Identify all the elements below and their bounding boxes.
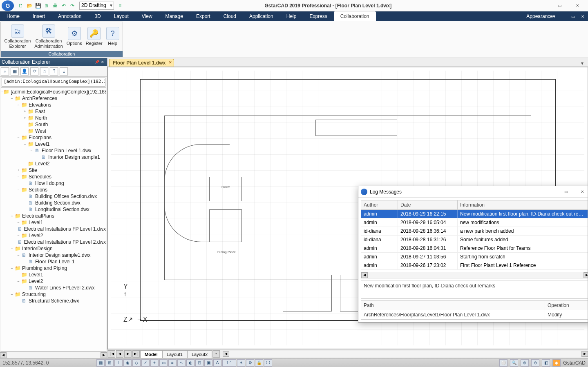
status-ortho-icon[interactable]: ⊥: [114, 359, 123, 367]
tree-node[interactable]: −📁Level1: [1, 141, 106, 147]
log-table-row[interactable]: admin2018-09-27 11:03:56Starting from sc…: [361, 253, 588, 261]
tree-toggle-icon[interactable]: −: [9, 247, 14, 251]
layout-next-icon[interactable]: ▶: [124, 350, 132, 358]
tree-node[interactable]: −🗎Floor Plan Level 1.dwx: [1, 147, 106, 154]
status-ducs-icon[interactable]: +: [150, 359, 159, 367]
tree-node[interactable]: 🗎Floor Plan Level 1: [1, 258, 106, 265]
dialog-minimize-button[interactable]: —: [541, 186, 558, 198]
tree-toggle-icon[interactable]: [22, 181, 27, 185]
tree-toggle-icon[interactable]: −: [9, 292, 14, 296]
tree-toggle-icon[interactable]: −: [9, 96, 14, 100]
status-lwt-icon[interactable]: ≡: [168, 359, 177, 367]
toolbar-new-icon[interactable]: 🗋: [40, 67, 48, 76]
scroll-left-icon[interactable]: ◀: [0, 352, 7, 358]
scroll-right-icon[interactable]: ▶: [101, 352, 107, 358]
layout-last-icon[interactable]: ▶│: [132, 350, 140, 358]
tree-node[interactable]: 🗎Building Section.dwx: [1, 200, 106, 206]
tree-node[interactable]: 📁Level1: [1, 271, 106, 278]
layout-first-icon[interactable]: │◀: [108, 350, 115, 358]
info-header-operation[interactable]: Operation: [545, 301, 588, 310]
tree-toggle-icon[interactable]: [22, 201, 27, 205]
tree-toggle-icon[interactable]: [22, 194, 27, 198]
status-grid-icon[interactable]: ▦: [96, 359, 105, 367]
tree-toggle-icon[interactable]: [22, 286, 27, 290]
menu-tab-3d[interactable]: 3D: [88, 11, 107, 21]
project-tree[interactable]: −📁[admin:EcologicalHousingComplex](192.1…: [1, 87, 106, 351]
document-new-tab-icon[interactable]: ▾: [579, 60, 586, 67]
tree-toggle-icon[interactable]: +: [22, 116, 27, 120]
status-anno-icon[interactable]: A: [213, 359, 221, 367]
menu-tab-home[interactable]: Home: [0, 11, 26, 21]
tree-toggle-icon[interactable]: −: [22, 142, 27, 146]
status-snap-icon[interactable]: ⊞: [105, 359, 114, 367]
tree-toggle-icon[interactable]: +: [16, 168, 21, 172]
tree-toggle-icon[interactable]: [22, 122, 27, 127]
workspace-select[interactable]: 2D Drafting: [79, 2, 114, 10]
status-lock-icon[interactable]: 🔒: [255, 359, 263, 367]
tree-node[interactable]: 🗎Electrical Installations FP Level 1.dwx: [1, 226, 106, 232]
tree-node[interactable]: −📁Sections: [1, 187, 106, 193]
menu-tab-layout[interactable]: Layout: [107, 11, 135, 21]
tree-node[interactable]: −📁Level2: [1, 278, 106, 285]
log-header-date[interactable]: Date: [398, 200, 458, 209]
tree-toggle-icon[interactable]: −: [16, 253, 21, 257]
menu-tab-export[interactable]: Export: [190, 11, 217, 21]
tree-toggle-icon[interactable]: −: [16, 136, 21, 140]
tree-node[interactable]: 📁West: [1, 128, 106, 134]
scroll-left-icon[interactable]: ◀: [223, 351, 229, 357]
menu-tab-collaboration[interactable]: Collaboration: [334, 11, 376, 21]
status-model-icon[interactable]: ▣: [204, 359, 212, 367]
window-close-button[interactable]: ✕: [568, 0, 586, 11]
tree-node[interactable]: −📁Structuring: [1, 291, 106, 298]
scroll-right-icon[interactable]: ▶: [584, 272, 588, 278]
menu-tab-cloud[interactable]: Cloud: [217, 11, 243, 21]
tree-toggle-icon[interactable]: −: [16, 220, 21, 225]
tree-node[interactable]: −📁Plumbing and Piping: [1, 265, 106, 271]
menu-tab-application[interactable]: Application: [243, 11, 280, 21]
menu-tab-insert[interactable]: Insert: [26, 11, 51, 21]
tree-node[interactable]: 🗎Interior Design sample1: [1, 154, 106, 160]
scroll-left-icon[interactable]: ◀: [361, 272, 368, 278]
tree-toggle-icon[interactable]: −: [16, 188, 21, 192]
ribbon-button[interactable]: ?Help: [105, 26, 121, 47]
dialog-close-button[interactable]: ✕: [574, 186, 588, 198]
menu-tab-express[interactable]: Express: [303, 11, 333, 21]
info-header-path[interactable]: Path: [361, 301, 545, 310]
qat-customize-icon[interactable]: ≡: [116, 2, 124, 9]
log-header-info[interactable]: Information: [458, 200, 588, 209]
layout-tab[interactable]: Model: [140, 350, 162, 358]
log-table-scrollbar[interactable]: ◀ ▶: [361, 272, 588, 278]
status-tool4-icon[interactable]: ⊖: [531, 359, 539, 367]
tree-node[interactable]: −📁Level1: [1, 219, 106, 226]
tree-node[interactable]: −📁Elevations: [1, 102, 106, 108]
tree-node[interactable]: −🗎Interior Design sample1.dwx: [1, 252, 106, 258]
status-sc-icon[interactable]: ⊡: [195, 359, 203, 367]
tree-toggle-icon[interactable]: [22, 207, 27, 211]
tree-toggle-icon[interactable]: [22, 129, 27, 133]
status-polar-icon[interactable]: ◉: [123, 359, 132, 367]
qat-save-icon[interactable]: 💾: [34, 2, 42, 9]
status-tool1-icon[interactable]: ⚪: [499, 359, 508, 367]
drawing-canvas[interactable]: Dining Place Room Y↑ Z↗ →X Log Messages …: [107, 67, 588, 349]
tree-node[interactable]: 🗎Water Lines FPLevel 2.dwx: [1, 285, 106, 291]
status-dyn-icon[interactable]: ▭: [159, 359, 168, 367]
tree-node[interactable]: 🗎Longitudinal Section.dwx: [1, 206, 106, 213]
tree-toggle-icon[interactable]: −: [9, 266, 14, 270]
tree-node[interactable]: −📁Floorplans: [1, 134, 106, 141]
toolbar-list-icon[interactable]: ▦: [11, 67, 19, 76]
tree-node[interactable]: +📁North: [1, 115, 106, 121]
tree-toggle-icon[interactable]: −: [16, 279, 21, 283]
layout-prev-icon[interactable]: ◀: [116, 350, 123, 358]
window-restore-button[interactable]: ▭: [550, 0, 568, 11]
status-scale-icon[interactable]: 1:1: [222, 359, 236, 367]
tree-node[interactable]: −📁ArchReferences: [1, 95, 106, 102]
status-annovis-icon[interactable]: ✶: [237, 359, 245, 367]
dialog-titlebar[interactable]: Log Messages — ▭ ✕: [358, 186, 588, 198]
tree-toggle-icon[interactable]: −: [16, 234, 21, 238]
qat-saveas-icon[interactable]: 🗎: [43, 2, 50, 9]
layout-add-icon[interactable]: +: [212, 350, 220, 358]
menu-tab-help[interactable]: Help: [280, 11, 303, 21]
status-ws-icon[interactable]: ⚙: [246, 359, 254, 367]
status-qp-icon[interactable]: ◐: [186, 359, 195, 367]
mdi-restore-icon[interactable]: ▭: [569, 13, 577, 20]
